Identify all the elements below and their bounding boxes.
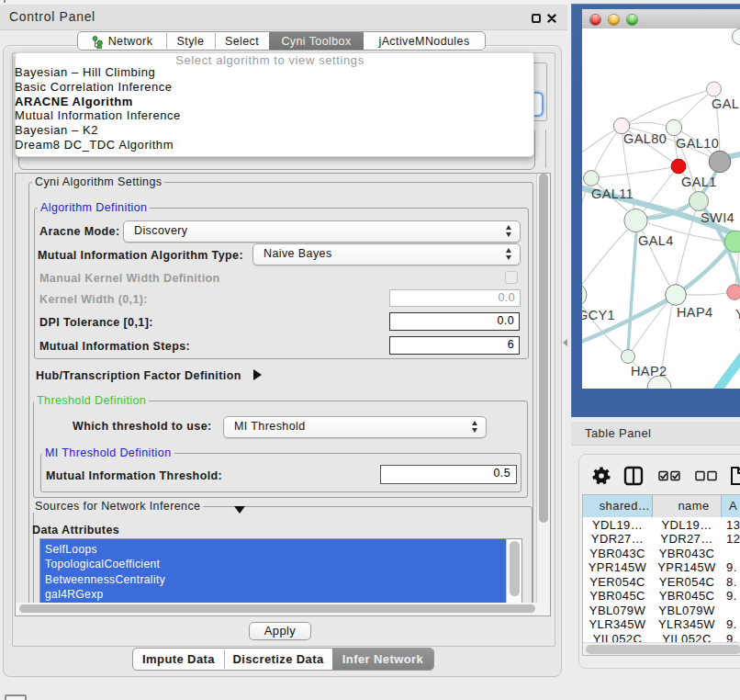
svg-text:GAL10: GAL10 (676, 136, 719, 151)
svg-text:GAL1: GAL1 (681, 175, 717, 189)
svg-text:GCY1: GCY1 (582, 308, 615, 322)
svg-text:YM: YM (735, 307, 740, 322)
svg-text:SWI4: SWI4 (701, 210, 734, 225)
svg-text:GAL11: GAL11 (591, 186, 633, 201)
svg-text:GAL: GAL (712, 96, 739, 111)
svg-text:HAP4: HAP4 (677, 305, 712, 320)
svg-text:GAL4: GAL4 (638, 233, 674, 248)
svg-text:GAL80: GAL80 (623, 131, 667, 146)
svg-text:HAP2: HAP2 (631, 364, 667, 378)
